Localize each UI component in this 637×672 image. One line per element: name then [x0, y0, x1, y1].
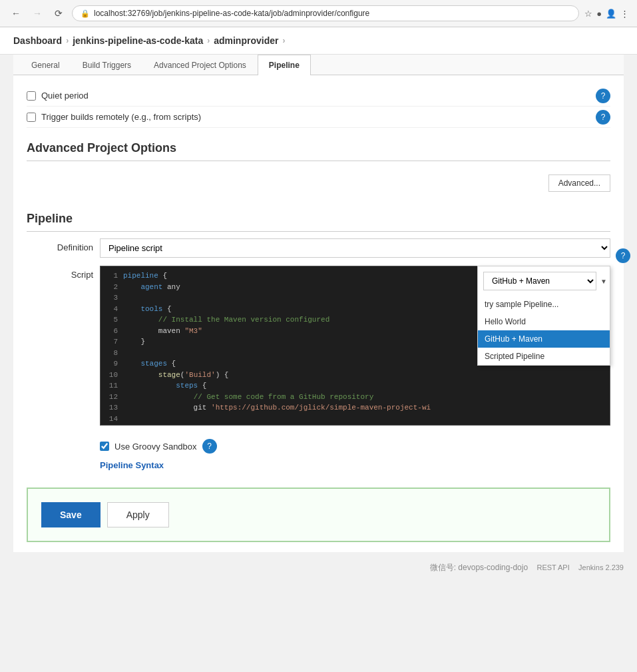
- jenkins-version: Jenkins 2.239: [578, 563, 624, 571]
- definition-select[interactable]: Pipeline script Pipeline script from SCM: [100, 238, 610, 258]
- breadcrumb-sep-3: ›: [282, 36, 285, 45]
- trigger-builds-help[interactable]: ?: [596, 110, 610, 125]
- extension-icon[interactable]: ●: [596, 9, 602, 19]
- trigger-builds-checkbox[interactable]: [27, 113, 36, 122]
- save-button[interactable]: Save: [41, 502, 101, 527]
- script-label: Script: [27, 266, 93, 280]
- sample-pipeline-dropdown: GitHub + Maven ▼ try sample Pipeline... …: [477, 266, 610, 366]
- tab-pipeline[interactable]: Pipeline: [258, 55, 311, 75]
- button-bar: Save Apply: [27, 488, 610, 542]
- groovy-sandbox-help[interactable]: ?: [202, 439, 217, 454]
- script-help-button[interactable]: ?: [616, 248, 630, 263]
- breadcrumb-job[interactable]: adminprovider: [214, 35, 278, 46]
- sample-dropdown-select[interactable]: GitHub + Maven: [483, 272, 596, 290]
- dropdown-item-try-sample[interactable]: try sample Pipeline...: [478, 296, 610, 313]
- dropdown-item-scripted-pipeline[interactable]: Scripted Pipeline: [478, 348, 610, 365]
- advanced-row: Advanced...: [27, 168, 610, 198]
- forward-button[interactable]: →: [29, 5, 45, 21]
- trigger-builds-row: Trigger builds remotely (e.g., from scri…: [27, 107, 610, 128]
- jenkins-content: General Build Triggers Advanced Project …: [13, 55, 624, 552]
- browser-actions: ☆ ● 👤 ⋮: [584, 9, 629, 19]
- groovy-sandbox-label: Use Groovy Sandbox: [114, 442, 197, 452]
- profile-icon[interactable]: 👤: [606, 9, 616, 19]
- advanced-button[interactable]: Advanced...: [548, 174, 610, 192]
- pipeline-syntax-link[interactable]: Pipeline Syntax: [27, 456, 610, 474]
- tabs-bar: General Build Triggers Advanced Project …: [13, 55, 624, 75]
- quiet-period-help[interactable]: ?: [596, 89, 610, 103]
- definition-control: Pipeline script Pipeline script from SCM: [100, 238, 610, 258]
- groovy-sandbox-row: Use Groovy Sandbox ?: [27, 434, 610, 456]
- breadcrumb-sep-1: ›: [66, 36, 69, 45]
- groovy-sandbox-checkbox[interactable]: [100, 442, 109, 451]
- pipeline-section: Definition Pipeline script Pipeline scri…: [27, 238, 610, 474]
- advanced-project-options-heading: Advanced Project Options: [27, 141, 610, 161]
- quiet-period-row: Quiet period ?: [27, 85, 610, 107]
- back-button[interactable]: ←: [8, 5, 24, 21]
- dropdown-item-hello-world[interactable]: Hello World: [478, 313, 610, 330]
- tab-general[interactable]: General: [20, 55, 71, 75]
- lock-icon: 🔒: [81, 9, 90, 18]
- footer: 微信号: devops-coding-dojo REST API Jenkins…: [0, 552, 637, 577]
- browser-chrome: ← → ⟳ 🔒 localhost:32769/job/jenkins-pipe…: [0, 0, 637, 27]
- pipeline-heading: Pipeline: [27, 212, 610, 232]
- quiet-period-checkbox[interactable]: [27, 91, 36, 101]
- script-row: Script 1pipeline { 2 agent any 3 4 tools…: [27, 266, 610, 426]
- content-area: Quiet period ? Trigger builds remotely (…: [13, 75, 624, 552]
- apply-button[interactable]: Apply: [107, 502, 169, 527]
- tab-advanced-project-options[interactable]: Advanced Project Options: [142, 55, 258, 75]
- definition-label: Definition: [27, 238, 93, 252]
- trigger-builds-label: Trigger builds remotely (e.g., from scri…: [41, 112, 201, 122]
- dropdown-item-github-maven[interactable]: GitHub + Maven: [478, 330, 610, 348]
- breadcrumb: Dashboard › jenkins-pipeline-as-code-kat…: [0, 27, 637, 55]
- breadcrumb-dashboard[interactable]: Dashboard: [13, 35, 62, 46]
- tab-build-triggers[interactable]: Build Triggers: [71, 55, 142, 75]
- breadcrumb-sep-2: ›: [207, 36, 210, 45]
- script-editor-wrapper: 1pipeline { 2 agent any 3 4 tools { 5 //…: [100, 266, 610, 426]
- dropdown-chevron: ▼: [600, 278, 607, 285]
- menu-icon[interactable]: ⋮: [620, 9, 629, 19]
- reload-button[interactable]: ⟳: [51, 5, 67, 21]
- address-bar[interactable]: 🔒 localhost:32769/job/jenkins-pipeline-a…: [72, 5, 579, 21]
- quiet-period-label: Quiet period: [41, 91, 89, 101]
- rest-api-link[interactable]: REST API: [536, 563, 569, 571]
- definition-row: Definition Pipeline script Pipeline scri…: [27, 238, 610, 258]
- url-text: localhost:32769/job/jenkins-pipeline-as-…: [94, 9, 369, 18]
- star-icon[interactable]: ☆: [584, 9, 592, 19]
- breadcrumb-project[interactable]: jenkins-pipeline-as-code-kata: [73, 35, 203, 46]
- watermark-text: 微信号: devops-coding-dojo: [430, 563, 528, 572]
